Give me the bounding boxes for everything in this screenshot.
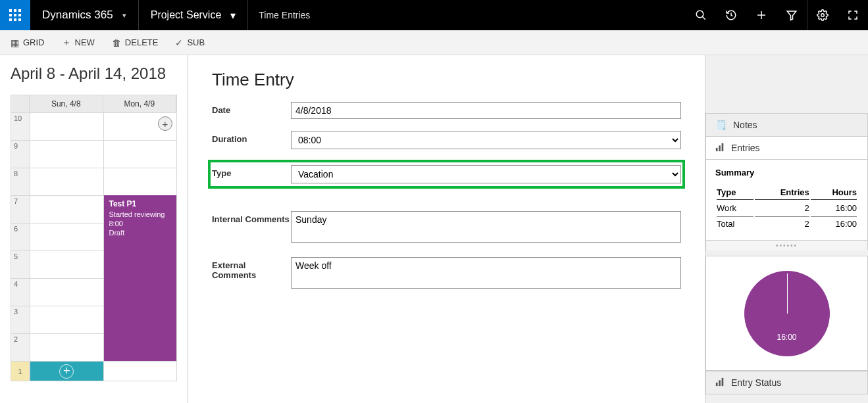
hour-label: 8 xyxy=(11,168,30,195)
svg-rect-19 xyxy=(719,380,721,386)
brand-label: Dynamics 365 xyxy=(42,9,113,22)
new-button[interactable] xyxy=(746,0,777,30)
cmd-label: SUB xyxy=(187,37,205,47)
filter-button[interactable] xyxy=(777,0,807,30)
col-type: Type xyxy=(717,185,753,200)
day-column-mon[interactable]: + Test P1 Started reviewing 8:00 Draft xyxy=(103,112,177,361)
grid-view-button[interactable]: ▦GRID xyxy=(7,35,49,51)
new-record-button[interactable]: ＋NEW xyxy=(58,34,99,51)
table-row-total: Total 2 16:00 xyxy=(717,216,857,231)
resize-handle[interactable]: •••••• xyxy=(705,241,868,250)
allday-add-button[interactable]: + xyxy=(30,362,103,381)
internal-comments-input[interactable] xyxy=(291,211,681,243)
brand-picker[interactable]: Dynamics 365 ▾ xyxy=(30,9,138,22)
duration-select[interactable]: 08:00 xyxy=(291,131,681,149)
settings-button[interactable] xyxy=(807,0,838,30)
tab-notes[interactable]: 🗒️ Notes xyxy=(705,113,868,137)
svg-rect-1 xyxy=(14,9,16,12)
submit-button[interactable]: ✓SUB xyxy=(171,35,209,51)
delete-button[interactable]: 🗑DELETE xyxy=(108,35,163,51)
date-label: Date xyxy=(212,102,291,115)
col-entries: Entries xyxy=(755,185,809,200)
trash-icon: 🗑 xyxy=(112,37,121,48)
svg-rect-8 xyxy=(18,18,21,21)
svg-rect-17 xyxy=(722,143,724,151)
tab-entries[interactable]: Entries xyxy=(705,136,868,160)
chevron-down-icon: ▾ xyxy=(230,9,236,22)
hour-label: 6 xyxy=(11,223,30,250)
pie-value-label: 16:00 xyxy=(744,333,830,342)
event-detail: Started reviewing xyxy=(109,210,172,218)
type-label: Type xyxy=(212,165,291,178)
fullscreen-button[interactable] xyxy=(838,0,868,30)
svg-rect-20 xyxy=(722,377,724,385)
search-button[interactable] xyxy=(686,0,716,30)
form-title: Time Entry xyxy=(212,70,681,90)
cell-type: Work xyxy=(717,201,753,215)
hour-label: 3 xyxy=(11,306,30,333)
funnel-icon xyxy=(786,9,798,21)
search-icon xyxy=(695,9,707,21)
duration-label: Duration xyxy=(212,131,291,144)
svg-rect-16 xyxy=(719,145,721,151)
day-header[interactable]: Mon, 4/9 xyxy=(103,95,177,112)
day-column-sun[interactable] xyxy=(30,112,103,361)
event-duration: 8:00 xyxy=(109,220,172,227)
plus-icon xyxy=(755,9,767,21)
tab-entry-status[interactable]: Entry Status xyxy=(705,371,868,394)
recent-button[interactable] xyxy=(716,0,746,30)
module-picker[interactable]: Project Service ▾ xyxy=(139,9,248,22)
svg-point-14 xyxy=(821,14,825,17)
cell-hours: 16:00 xyxy=(811,201,857,215)
svg-rect-15 xyxy=(716,147,718,151)
hour-label: 5 xyxy=(11,250,30,278)
plus-circle-icon: + xyxy=(59,364,74,379)
date-input[interactable] xyxy=(291,102,681,119)
right-rail: 🗒️ Notes Entries Summary Type Entries Ho… xyxy=(705,55,868,403)
add-entry-button[interactable]: + xyxy=(158,116,172,131)
chevron-down-icon: ▾ xyxy=(122,11,126,20)
hour-label: 2 xyxy=(11,333,30,361)
entries-summary: Summary Type Entries Hours Work 2 16:00 … xyxy=(705,159,868,241)
cell-total-hours: 16:00 xyxy=(811,216,857,231)
bar-chart-icon xyxy=(715,377,725,389)
allday-cell[interactable] xyxy=(103,362,177,381)
breadcrumb[interactable]: Time Entries xyxy=(248,10,320,20)
day-header[interactable]: Sun, 4/8 xyxy=(30,95,103,112)
calendar-grid: Sun, 4/8 Mon, 4/9 10 9 8 7 6 5 4 3 2 xyxy=(11,95,177,381)
col-hours: Hours xyxy=(811,185,857,200)
hour-label: 4 xyxy=(11,278,30,306)
pie-slice-work: 16:00 xyxy=(744,271,830,356)
expand-icon xyxy=(847,9,859,21)
type-select[interactable]: Vacation xyxy=(291,165,681,183)
cell-total-entries: 2 xyxy=(755,216,809,231)
table-row: Work 2 16:00 xyxy=(717,201,857,215)
svg-point-9 xyxy=(696,11,703,18)
hour-label: 7 xyxy=(11,195,30,223)
hour-label: 9 xyxy=(11,140,30,168)
external-comments-input[interactable] xyxy=(291,257,681,289)
svg-marker-13 xyxy=(787,11,796,20)
hour-scale: 10 9 8 7 6 5 4 3 2 xyxy=(11,112,30,361)
plus-icon: ＋ xyxy=(62,37,71,49)
cell-total-label: Total xyxy=(717,216,753,231)
event-status: Draft xyxy=(109,229,172,237)
allday-label: 1 xyxy=(11,362,30,381)
cmd-label: NEW xyxy=(75,37,95,47)
external-comments-label: External Comments xyxy=(212,257,291,280)
tab-label: Entry Status xyxy=(731,377,781,388)
summary-title: Summary xyxy=(715,168,858,178)
svg-rect-0 xyxy=(9,9,12,12)
note-icon: 🗒️ xyxy=(715,120,727,130)
svg-line-10 xyxy=(702,16,705,20)
module-label: Project Service xyxy=(151,9,222,21)
svg-rect-5 xyxy=(18,14,21,16)
tab-label: Entries xyxy=(731,143,760,153)
command-bar: ▦GRID ＋NEW 🗑DELETE ✓SUB xyxy=(0,30,868,55)
bar-chart-icon xyxy=(715,143,725,154)
app-launcher-button[interactable] xyxy=(0,0,30,30)
svg-rect-3 xyxy=(9,14,12,16)
svg-rect-18 xyxy=(716,382,718,385)
internal-comments-label: Internal Comments xyxy=(212,211,291,224)
calendar-event[interactable]: Test P1 Started reviewing 8:00 Draft xyxy=(104,195,177,361)
